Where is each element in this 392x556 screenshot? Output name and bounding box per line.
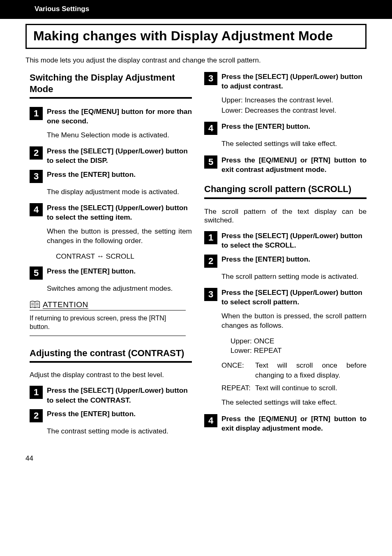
step-head-text: Press the [ENTER] button. [47,170,136,178]
step: 4 Press the [ENTER] button. [204,122,367,135]
step-head-text: Press the [ENTER] button. [47,410,136,418]
section-title-scroll: Changing scroll pattern (SCROLL) [204,183,367,195]
step-head: Press the [SELECT] (Upper/Lower) button … [47,146,192,166]
definition-term: REPEAT: [221,383,252,393]
definition-list: ONCE: Text will scroll once before chang… [221,361,367,393]
step-number: 1 [30,107,43,120]
step-head-text: Press the [EQ/MENU] or [RTN] button to e… [221,156,367,174]
definition-desc: Text will scroll once before changing to… [255,361,367,380]
step-body: The display adjustment mode is activated… [47,187,192,197]
step-head-text: Press the [ENTER] button. [221,122,310,130]
step: 2 Press the [SELECT] (Upper/Lower) butto… [30,146,192,166]
definition-item: REPEAT: Text will continue to scroll. [221,383,367,393]
section-title-switching: Switching the Display Adjustment Mode [30,72,192,95]
step-extra: CONTRAST ↔ SCROLL [56,252,192,261]
step-head-text: Press the [ENTER] button. [47,267,136,275]
page-intro: This mode lets you adjust the display co… [25,56,367,65]
definition-desc: Text will continue to scroll. [255,383,367,393]
step-head-text: Press the [SELECT] (Upper/Lower) button … [47,386,188,404]
step-head: Press the [SELECT] (Upper/Lower) button … [47,203,192,222]
step: 1 Press the [SELECT] (Upper/Lower) butto… [30,386,192,405]
step: 1 Press the [EQ/MENU] button for more th… [30,107,192,126]
attention-label: ATTENTION [43,300,88,309]
step-body: When the button is pressed, the scroll p… [221,311,367,331]
step-head: Press the [SELECT] (Upper/Lower) button … [47,386,192,405]
step-head-text: Press the [ENTER] button. [221,255,310,263]
step-head-text: Press the [SELECT] (Upper/Lower) button … [221,288,362,306]
step-head-text: Press the [SELECT] (Upper/Lower) button … [47,147,188,164]
section-intro: Adjust the display contrast to the best … [30,371,192,379]
step: 3 Press the [SELECT] (Upper/Lower) butto… [204,288,367,307]
section-title-contrast: Adjusting the contrast (CONTRAST) [30,348,192,359]
step-body: The scroll pattern setting mode is activ… [221,272,367,281]
step-after: The selected settings will take effect. [221,398,367,407]
step-number: 3 [204,288,217,301]
step-number: 3 [30,170,43,183]
step-head: Press the [EQ/MENU] or [RTN] button to e… [221,414,367,433]
step-number: 2 [30,146,43,160]
step-number: 4 [30,203,43,216]
step: 3 Press the [ENTER] button. [30,170,192,183]
step-head: Press the [ENTER] button. [47,266,192,276]
section-intro: The scroll pattern of the text display c… [204,207,367,225]
step-number: 1 [30,386,43,399]
definition-item: ONCE: Text will scroll once before chang… [221,361,367,380]
page-title: Making changes with Display Adjustment M… [33,28,359,44]
step-head-text: Press the [SELECT] (Upper/Lower) button … [47,204,188,221]
step-number: 2 [204,255,217,268]
left-column: Switching the Display Adjustment Mode 1 … [30,72,192,443]
step-body: Switches among the adjustment modes. [47,284,192,293]
step-head-text: Press the [SELECT] (Upper/Lower) button … [221,232,362,249]
scroll-lower: Lower: REPEAT [231,346,367,355]
book-icon [30,300,40,309]
step-body: The Menu Selection mode is activated. [47,130,192,140]
step-head-text: Press the [SELECT] (Upper/Lower) button … [221,72,362,90]
step-body: When the button is pressed, the setting … [47,227,192,246]
step-head: Press the [ENTER] button. [221,255,367,264]
step-head: Press the [ENTER] button. [47,409,192,419]
step-body: The selected settings will take effect. [221,139,367,148]
step: 3 Press the [SELECT] (Upper/Lower) butto… [204,72,367,91]
definition-term: ONCE: [221,361,252,380]
page-title-box: Making changes with Display Adjustment M… [25,24,367,49]
attention-rule [30,336,186,336]
section-rule [204,197,367,199]
step-number: 5 [204,155,217,169]
attention-header: ATTENTION [30,300,186,310]
columns: Switching the Display Adjustment Mode 1 … [30,72,367,443]
attention-body: If returning to previous screen, press t… [30,314,186,331]
step-body: The contrast setting mode is activated. [47,426,192,436]
step-head: Press the [ENTER] button. [221,122,367,131]
step-head: Press the [ENTER] button. [47,170,192,179]
step-number: 4 [204,122,217,135]
breadcrumb: Various Settings [35,5,89,13]
right-column: 3 Press the [SELECT] (Upper/Lower) butto… [204,72,367,443]
page: Various Settings Making changes with Dis… [0,0,392,471]
scroll-upper: Upper: ONCE [231,337,367,345]
step: 5 Press the [EQ/MENU] or [RTN] button to… [204,155,367,175]
step-head-text: Press the [EQ/MENU] or [RTN] button to e… [221,415,367,432]
step-head: Press the [SELECT] (Upper/Lower) button … [221,288,367,307]
step-number: 3 [204,72,217,85]
step: 4 Press the [SELECT] (Upper/Lower) butto… [30,203,192,222]
page-number: 44 [25,454,392,463]
step: 2 Press the [ENTER] button. [204,255,367,268]
step: 5 Press the [ENTER] button. [30,266,192,280]
step: 4 Press the [EQ/MENU] or [RTN] button to… [204,414,367,433]
step: 1 Press the [SELECT] (Upper/Lower) butto… [204,231,367,250]
step-number: 5 [30,266,43,280]
section-rule [30,361,192,363]
step-number: 1 [204,231,217,244]
header-bar: Various Settings [0,0,392,19]
step: 2 Press the [ENTER] button. [30,409,192,422]
step-head: Press the [SELECT] (Upper/Lower) button … [221,231,367,250]
step-number: 4 [204,414,217,427]
step-body-line2: Lower: Decreases the contrast level. [221,106,367,115]
section-rule [30,97,192,99]
step-head: Press the [EQ/MENU] button for more than… [47,107,192,126]
step-number: 2 [30,409,43,422]
step-head: Press the [EQ/MENU] or [RTN] button to e… [221,155,367,175]
step-head-text: Press the [EQ/MENU] button for more than… [47,107,192,125]
step-body-line1: Upper: Increases the contrast level. [221,95,367,105]
step-head: Press the [SELECT] (Upper/Lower) button … [221,72,367,91]
